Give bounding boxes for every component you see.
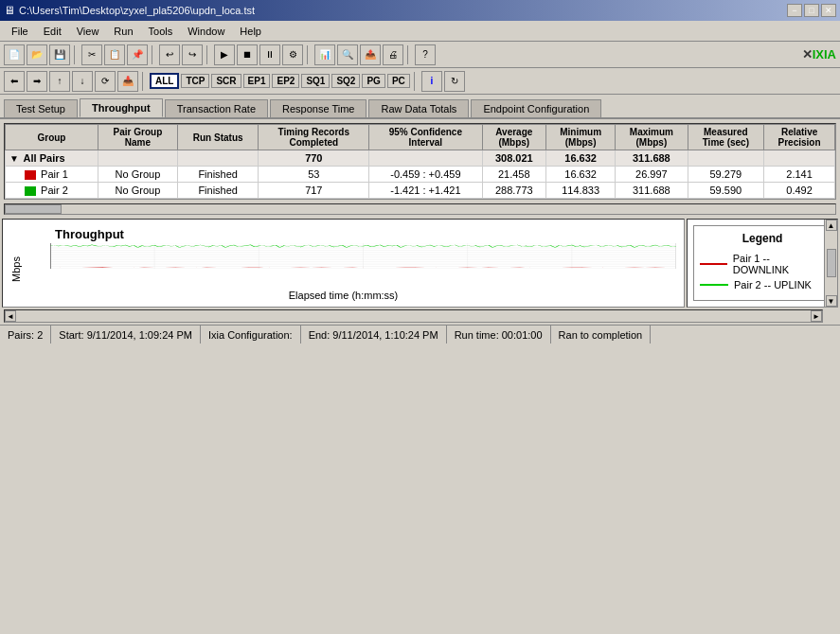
all-pairs-timing: 770	[259, 150, 369, 167]
sep5	[407, 45, 411, 64]
badge-tcp[interactable]: TCP	[181, 74, 209, 88]
status-runtime: Run time: 00:01:00	[447, 326, 551, 343]
chart-scrollbar[interactable]: ◄ ►	[4, 309, 823, 323]
tab-test-setup[interactable]: Test Setup	[4, 99, 78, 117]
tab-transaction-rate[interactable]: Transaction Rate	[165, 99, 268, 117]
legend-label-uplink: Pair 2 -- UPLINK	[734, 279, 812, 291]
all-pairs-avg: 308.021	[482, 150, 545, 167]
maximize-button[interactable]: □	[804, 4, 819, 17]
pair1-pair-group: No Group	[98, 167, 177, 183]
pair2-measured: 59.590	[688, 183, 764, 199]
menu-edit[interactable]: Edit	[36, 24, 69, 39]
toolbar2-btn6[interactable]: 📥	[117, 71, 138, 92]
col-group: Group	[6, 125, 98, 150]
table-row: Pair 1 No Group Finished 53 -0.459 : +0.…	[6, 167, 835, 183]
table-scrollbar[interactable]	[4, 203, 836, 215]
col-pair-group-name: Pair GroupName	[98, 125, 177, 150]
copy-button[interactable]: 📋	[104, 44, 125, 65]
title-bar: 🖥 C:\Users\Tim\Desktop\zyxel_pla5206\upd…	[0, 0, 840, 21]
pair2-group: Pair 2	[6, 183, 98, 199]
undo-button[interactable]: ↩	[159, 44, 180, 65]
run-button[interactable]: ▶	[214, 44, 235, 65]
print-button[interactable]: 🖨	[383, 44, 403, 65]
legend-item-downlink: Pair 1 -- DOWNLINK	[700, 253, 825, 275]
redo-button[interactable]: ↪	[182, 44, 203, 65]
cut-button[interactable]: ✂	[81, 44, 102, 65]
status-bar: Pairs: 2 Start: 9/11/2014, 1:09:24 PM Ix…	[0, 325, 840, 343]
new-button[interactable]: 📄	[4, 44, 25, 65]
menu-help[interactable]: Help	[232, 24, 269, 39]
export-button[interactable]: 📤	[360, 44, 381, 65]
scroll-left[interactable]: ◄	[5, 310, 16, 322]
toolbar2-btn1[interactable]: ⬅	[4, 71, 25, 92]
sep1	[74, 45, 78, 64]
status-end: End: 9/11/2014, 1:10:24 PM	[301, 326, 447, 343]
menu-tools[interactable]: Tools	[141, 24, 181, 39]
status-ixia: Ixia Configuration:	[201, 326, 301, 343]
open-button[interactable]: 📂	[27, 44, 47, 65]
expand-icon[interactable]: ▼	[9, 153, 19, 164]
paste-button[interactable]: 📌	[127, 44, 148, 65]
col-measured: MeasuredTime (sec)	[688, 125, 764, 150]
toolbar2-btn2[interactable]: ➡	[27, 71, 47, 92]
save-button[interactable]: 💾	[49, 44, 70, 65]
zoom-button[interactable]: 🔍	[337, 44, 358, 65]
pair1-measured: 59.279	[688, 167, 764, 183]
toolbar2-btn3[interactable]: ↑	[49, 71, 70, 92]
pair2-status: Finished	[177, 183, 258, 199]
menu-view[interactable]: View	[69, 24, 107, 39]
tab-endpoint-config[interactable]: Endpoint Configuration	[471, 99, 601, 117]
all-pairs-measured	[688, 150, 764, 167]
table-row: Pair 2 No Group Finished 717 -1.421 : +1…	[6, 183, 835, 199]
badge-scr[interactable]: SCR	[211, 74, 241, 88]
help-button[interactable]: ?	[415, 44, 436, 65]
tab-throughput[interactable]: Throughput	[80, 98, 163, 117]
status-start: Start: 9/11/2014, 1:09:24 PM	[51, 326, 201, 343]
pair2-confidence: -1.421 : +1.421	[369, 183, 482, 199]
legend-label-downlink: Pair 1 -- DOWNLINK	[733, 253, 825, 275]
badge-ep2[interactable]: EP2	[272, 74, 299, 88]
tab-response-time[interactable]: Response Time	[270, 99, 366, 117]
pause-button[interactable]: ⏸	[259, 44, 280, 65]
badge-pg[interactable]: PG	[362, 74, 384, 88]
legend-scroll-up[interactable]: ▲	[826, 220, 837, 231]
info-button[interactable]: i	[421, 71, 442, 92]
pair2-max: 311.688	[616, 183, 688, 199]
col-confidence: 95% ConfidenceInterval	[369, 125, 482, 150]
status-completion: Ran to completion	[551, 326, 652, 343]
pair1-confidence: -0.459 : +0.459	[369, 167, 482, 183]
col-max: Maximum(Mbps)	[616, 125, 688, 150]
toolbar2-btn4[interactable]: ↓	[72, 71, 93, 92]
menu-run[interactable]: Run	[106, 24, 140, 39]
refresh-button[interactable]: ↻	[444, 71, 465, 92]
badge-sq1[interactable]: SQ1	[301, 74, 330, 88]
menu-window[interactable]: Window	[180, 24, 232, 39]
chart-title: Throughput	[55, 227, 124, 241]
toolbar2-btn5[interactable]: ⟳	[95, 71, 116, 92]
title-bar-text: C:\Users\Tim\Desktop\zyxel_pla5206\updn_…	[19, 5, 255, 16]
tab-raw-data[interactable]: Raw Data Totals	[368, 99, 469, 117]
uplink-legend-color	[700, 284, 728, 286]
col-min: Minimum(Mbps)	[546, 125, 616, 150]
close-button[interactable]: ✕	[821, 4, 836, 17]
legend-title: Legend	[700, 232, 825, 245]
menu-file[interactable]: File	[4, 24, 36, 39]
badge-sq2[interactable]: SQ2	[331, 74, 360, 88]
stop-button[interactable]: ⏹	[237, 44, 258, 65]
settings-button[interactable]: ⚙	[282, 44, 303, 65]
badge-ep1[interactable]: EP1	[243, 74, 271, 88]
toolbar-1: 📄 📂 💾 ✂ 📋 📌 ↩ ↪ ▶ ⏹ ⏸ ⚙ 📊 🔍 📤 🖨 ? ✕IXIA	[0, 42, 840, 68]
all-pairs-min: 16.632	[546, 150, 616, 167]
pair2-avg: 288.773	[482, 183, 545, 199]
badge-all[interactable]: ALL	[150, 73, 179, 89]
legend-scroll-thumb[interactable]	[827, 249, 836, 277]
minimize-button[interactable]: −	[787, 4, 802, 17]
all-pairs-status	[177, 150, 258, 167]
throughput-chart-svg: 336.00 300.00 270.00 240.00 210.00 180.0…	[50, 243, 676, 269]
chart-button[interactable]: 📊	[314, 44, 335, 65]
scroll-right[interactable]: ►	[811, 310, 822, 322]
all-pairs-max: 311.688	[616, 150, 688, 167]
ixia-logo: ✕IXIA	[802, 47, 836, 62]
legend-scroll-down[interactable]: ▼	[826, 295, 837, 307]
badge-pc[interactable]: PC	[387, 74, 410, 88]
